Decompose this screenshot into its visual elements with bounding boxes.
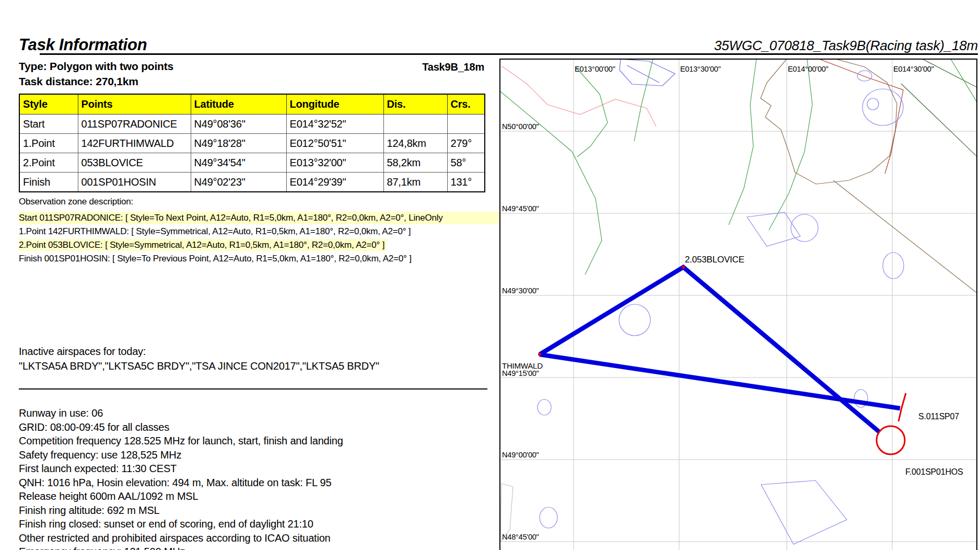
lon-label: E014°30'00" xyxy=(893,65,934,73)
turnpoint1-label: THIMWALD xyxy=(502,361,543,370)
task-route xyxy=(540,267,900,432)
cell-points: 053BLOVICE xyxy=(78,153,191,173)
finish-label: F.001SP01HOS xyxy=(905,467,963,476)
task-table: Style Points Latitude Longitude Dis. Crs… xyxy=(19,94,485,192)
oz-line-point2-text: 2.Point 053BLOVICE: [ Style=Symmetrical,… xyxy=(19,239,387,251)
col-points: Points xyxy=(78,94,191,114)
col-latitude: Latitude xyxy=(191,94,286,114)
note-first-launch: First launch expected: 11:30 CEST xyxy=(19,462,343,476)
cell-crs: 279° xyxy=(447,134,485,153)
cell-crs xyxy=(447,114,485,134)
lon-label: E014°00'00" xyxy=(788,65,829,73)
page-title: Task Information xyxy=(19,36,147,54)
cell-style: Start xyxy=(19,114,78,134)
cell-crs: 131° xyxy=(447,173,485,192)
cell-style: Finish xyxy=(19,173,78,192)
cell-lon: E014°32'52" xyxy=(286,114,383,134)
oz-line-point2: 2.Point 053BLOVICE: [ Style=Symmetrical,… xyxy=(19,239,499,251)
map-grid-labels: E013°00'00" E013°30'00" E014°00'00" E014… xyxy=(502,65,934,541)
cell-lat: N49°18'28" xyxy=(191,134,286,153)
lon-label: E013°30'00" xyxy=(680,65,721,73)
turnpoint2-label: 2.053BLOVICE xyxy=(685,255,744,265)
inactive-airspaces-list: "LKTSA5A BRDY","LKTSA5C BRDY","TSA JINCE… xyxy=(19,360,379,372)
task-file-title: 35WGC_070818_Task9B(Racing task)_18m xyxy=(714,38,978,54)
cell-points: 011SP07RADONICE xyxy=(78,114,191,134)
task-markers xyxy=(538,266,906,454)
oz-line-point1: 1.Point 142FURTHIMWALD: [ Style=Symmetri… xyxy=(19,225,499,238)
note-emergency-frequency: Emergency frequency: 121,500 MHz xyxy=(19,545,343,550)
cell-style: 1.Point xyxy=(19,134,78,153)
task-leg-blovice xyxy=(540,267,879,432)
note-finish-ring-closed: Finish ring closed: sunset or end of sco… xyxy=(19,517,343,531)
observation-zone-title: Observation zone description: xyxy=(19,197,133,207)
task-sheet-page: Task Information 35WGC_070818_Task9B(Rac… xyxy=(0,0,980,550)
oz-line-start: Start 011SP07RADONICE: [ Style=To Next P… xyxy=(19,212,499,224)
table-row: 2.Point 053BLOVICE N49°34'54" E013°32'00… xyxy=(19,153,485,173)
cell-style: 2.Point xyxy=(19,153,78,173)
note-other-airspaces: Other restricted and prohibited airspace… xyxy=(19,531,343,545)
cell-lat: N49°02'23" xyxy=(191,173,286,192)
table-row: Start 011SP07RADONICE N49°08'36" E014°32… xyxy=(19,114,485,134)
note-safety-frequency: Safety frequency: use 128,525 MHz xyxy=(19,448,343,462)
task-distance: Task distance: 270,1km xyxy=(19,75,138,88)
lat-label: N49°00'00" xyxy=(502,451,539,459)
lat-label: N49°15'00" xyxy=(502,369,539,377)
cell-lon: E013°32'00" xyxy=(286,153,383,173)
note-grid: GRID: 08:00-09:45 for all classes xyxy=(19,420,343,434)
section-divider xyxy=(19,388,487,389)
finish-ring-marker xyxy=(877,426,905,454)
lat-label: N50°00'00" xyxy=(502,122,539,131)
cell-lat: N49°08'36" xyxy=(191,114,286,134)
task-map-canvas: E013°00'00" E013°30'00" E014°00'00" E014… xyxy=(500,60,976,550)
task-type: Type: Polygon with two points xyxy=(19,60,173,73)
col-style: Style xyxy=(19,94,78,114)
cell-crs: 58° xyxy=(447,153,485,173)
map-graticule xyxy=(500,60,976,550)
inactive-airspaces-title: Inactive airspaces for today: xyxy=(19,346,146,358)
task-name: Task9B_18m xyxy=(366,61,484,73)
turnpoint1-marker xyxy=(538,353,541,356)
lat-label: N49°45'00" xyxy=(502,204,539,213)
cell-lon: E012°50'51" xyxy=(286,134,383,153)
task-leg-start xyxy=(540,354,900,408)
col-dis: Dis. xyxy=(383,94,447,114)
lat-label: N49°30'00" xyxy=(502,287,539,295)
map-point-labels: 2.053BLOVICE THIMWALD S.011SP07 F.001SP0… xyxy=(502,255,963,476)
cell-points: 001SP01HOSIN xyxy=(78,173,191,192)
note-qnh: QNH: 1016 hPa, Hosin elevation: 494 m, M… xyxy=(19,476,343,490)
cell-dis: 58,2km xyxy=(383,153,447,173)
cell-dis: 124,8km xyxy=(383,134,447,153)
note-finish-ring-altitude: Finish ring altitude: 692 m MSL xyxy=(19,503,343,518)
start-label: S.011SP07 xyxy=(918,412,959,421)
col-crs: Crs. xyxy=(447,94,485,114)
note-competition-frequency: Competition frequency 128.525 MHz for la… xyxy=(19,434,343,448)
note-runway: Runway in use: 06 xyxy=(19,406,343,420)
cell-dis: 87,1km xyxy=(383,173,447,192)
cell-lat: N49°34'54" xyxy=(191,153,286,173)
cell-lon: E014°29'39" xyxy=(286,173,383,192)
cell-points: 142FURTHIMWALD xyxy=(78,134,191,153)
oz-line-finish: Finish 001SP01HOSIN: [ Style=To Previous… xyxy=(19,253,499,265)
col-longitude: Longitude xyxy=(286,94,383,114)
table-header-row: Style Points Latitude Longitude Dis. Crs… xyxy=(19,94,485,114)
table-row: Finish 001SP01HOSIN N49°02'23" E014°29'3… xyxy=(19,173,485,192)
turnpoint2-marker xyxy=(682,266,685,269)
cell-dis xyxy=(383,114,447,134)
table-row: 1.Point 142FURTHIMWALD N49°18'28" E012°5… xyxy=(19,134,485,153)
note-release-height: Release height 600m AAL/1092 m MSL xyxy=(19,489,343,503)
title-underline xyxy=(40,53,978,55)
lat-label: N48°45'00" xyxy=(502,533,539,541)
lon-label: E013°00'00" xyxy=(575,65,615,73)
briefing-notes: Runway in use: 06 GRID: 08:00-09:45 for … xyxy=(19,406,343,550)
task-map: E013°00'00" E013°30'00" E014°00'00" E014… xyxy=(499,59,977,550)
